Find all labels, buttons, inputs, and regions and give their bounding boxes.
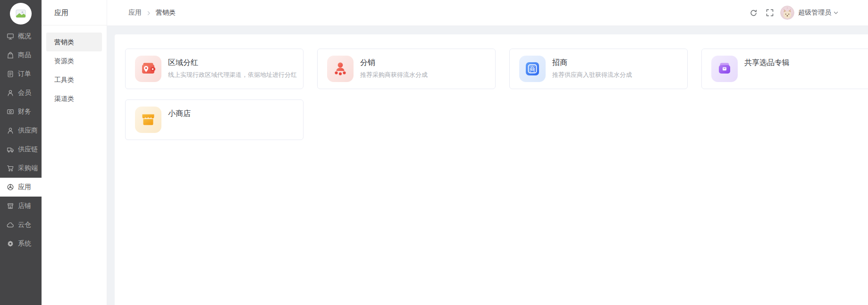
fullscreen-button[interactable] <box>766 9 774 16</box>
app-card-distribution[interactable]: 分销 推荐采购商获得流水分成 <box>317 49 496 89</box>
wallet-pin-icon <box>135 56 161 82</box>
sidebar-item-goods[interactable]: 商品 <box>0 46 42 65</box>
secondary-sidebar: 应用 营销类 资源类 工具类 渠道类 <box>42 0 107 305</box>
avatar <box>780 6 794 20</box>
sidebar-nav: 概况 商品 订单 会员 财务 供应商 供 <box>0 27 42 253</box>
procurement-icon <box>7 165 14 172</box>
sidebar-item-label: 订单 <box>18 70 31 78</box>
svg-text:商: 商 <box>530 66 536 73</box>
primary-sidebar: 概况 商品 订单 会员 财务 供应商 供 <box>0 0 42 305</box>
content-area: 区域分红 线上实现行政区域代理渠道，依据地址进行分红 分销 推荐采购商获得流水分… <box>107 26 868 305</box>
shop-icon <box>7 202 14 210</box>
logo-image-placeholder-icon <box>10 3 32 25</box>
cloud-icon <box>7 221 14 229</box>
user-name: 超级管理员 <box>798 8 831 17</box>
sidebar-item-orders[interactable]: 订单 <box>0 65 42 83</box>
sidebar-item-cloud-warehouse[interactable]: 云仓 <box>0 215 42 234</box>
content-panel: 区域分红 线上实现行政区域代理渠道，依据地址进行分红 分销 推荐采购商获得流水分… <box>115 34 868 305</box>
main-area: 应用 营销类 <box>107 0 868 305</box>
sidebar-item-label: 供应商 <box>18 126 38 135</box>
app-card-region-dividend[interactable]: 区域分红 线上实现行政区域代理渠道，依据地址进行分红 <box>125 49 303 89</box>
user-menu[interactable]: 超级管理员 <box>780 6 839 20</box>
submenu-item-marketing[interactable]: 营销类 <box>46 33 102 51</box>
sidebar-item-supply-chain[interactable]: 供应链 <box>0 140 42 159</box>
finance-icon <box>7 108 14 115</box>
sidebar-item-label: 会员 <box>18 89 31 97</box>
submenu-item-label: 工具类 <box>54 76 74 83</box>
app-card-desc: 线上实现行政区域代理渠道，依据地址进行分红 <box>168 71 297 79</box>
sidebar-item-label: 店铺 <box>18 202 31 210</box>
network-person-icon <box>327 56 354 82</box>
breadcrumb-item-root[interactable]: 应用 <box>128 8 142 17</box>
sidebar-item-members[interactable]: 会员 <box>0 83 42 102</box>
orders-icon <box>7 70 14 78</box>
chevron-down-icon <box>833 10 839 16</box>
app-card-desc: 推荐采购商获得流水分成 <box>360 71 428 79</box>
submenu-item-tools[interactable]: 工具类 <box>42 70 107 89</box>
app-card-title: 招商 <box>552 58 632 67</box>
sidebar-item-label: 财务 <box>18 107 31 116</box>
refresh-icon <box>750 9 758 17</box>
sidebar-item-overview[interactable]: 概况 <box>0 27 42 46</box>
breadcrumb: 应用 营销类 <box>128 8 176 17</box>
submenu-item-channel[interactable]: 渠道类 <box>42 89 107 108</box>
supplier-icon <box>7 127 14 134</box>
album-box-icon <box>711 56 738 82</box>
submenu-item-label: 渠道类 <box>54 95 74 102</box>
system-icon <box>7 240 14 247</box>
sidebar-item-label: 采购端 <box>18 164 38 173</box>
sidebar-item-shop[interactable]: 店铺 <box>0 197 42 215</box>
overview-icon <box>7 33 14 40</box>
merchant-char-icon: 商 <box>519 56 546 82</box>
sidebar-item-apps[interactable]: 应用 <box>0 178 42 197</box>
sidebar-item-label: 云仓 <box>18 221 31 229</box>
submenu-item-label: 资源类 <box>54 57 74 65</box>
sidebar-item-label: 应用 <box>18 183 31 191</box>
goods-icon <box>7 51 14 59</box>
submenu-item-resource[interactable]: 资源类 <box>42 51 107 70</box>
apps-icon <box>7 183 14 191</box>
sidebar-item-system[interactable]: 系统 <box>0 234 42 253</box>
sidebar-item-label: 概况 <box>18 32 31 41</box>
members-icon <box>7 89 14 97</box>
chevron-right-icon <box>146 10 152 16</box>
submenu-list: 营销类 资源类 工具类 渠道类 <box>42 25 107 108</box>
sidebar-item-label: 系统 <box>18 239 31 248</box>
fullscreen-icon <box>766 9 774 16</box>
refresh-button[interactable] <box>750 9 758 17</box>
app-card-title: 共享选品专辑 <box>744 58 790 67</box>
topbar: 应用 营销类 <box>107 0 868 26</box>
submenu-item-label: 营销类 <box>54 38 74 46</box>
app-layout: 概况 商品 订单 会员 财务 供应商 供 <box>0 0 868 305</box>
app-card-shared-album[interactable]: 共享选品专辑 <box>701 49 868 89</box>
submenu-title: 应用 <box>42 0 107 25</box>
sidebar-item-procurement[interactable]: 采购端 <box>0 159 42 178</box>
app-card-title: 小商店 <box>168 109 191 118</box>
sidebar-item-label: 供应链 <box>18 145 38 154</box>
storefront-icon <box>135 107 161 133</box>
topbar-actions: 超级管理员 <box>750 6 839 20</box>
app-card-title: 区域分红 <box>168 58 297 67</box>
app-card-merchant-recruit[interactable]: 商 招商 推荐供应商入驻获得流水分成 <box>509 49 688 89</box>
supply-chain-icon <box>7 146 14 153</box>
app-card-desc: 推荐供应商入驻获得流水分成 <box>552 71 632 79</box>
breadcrumb-item-current: 营销类 <box>156 8 176 17</box>
app-cards-grid: 区域分红 线上实现行政区域代理渠道，依据地址进行分红 分销 推荐采购商获得流水分… <box>125 49 868 140</box>
logo <box>0 0 42 27</box>
sidebar-item-label: 商品 <box>18 51 31 59</box>
sidebar-item-supplier[interactable]: 供应商 <box>0 121 42 140</box>
sidebar-item-finance[interactable]: 财务 <box>0 102 42 121</box>
app-card-mini-shop[interactable]: 小商店 <box>125 99 303 140</box>
app-card-title: 分销 <box>360 58 428 67</box>
